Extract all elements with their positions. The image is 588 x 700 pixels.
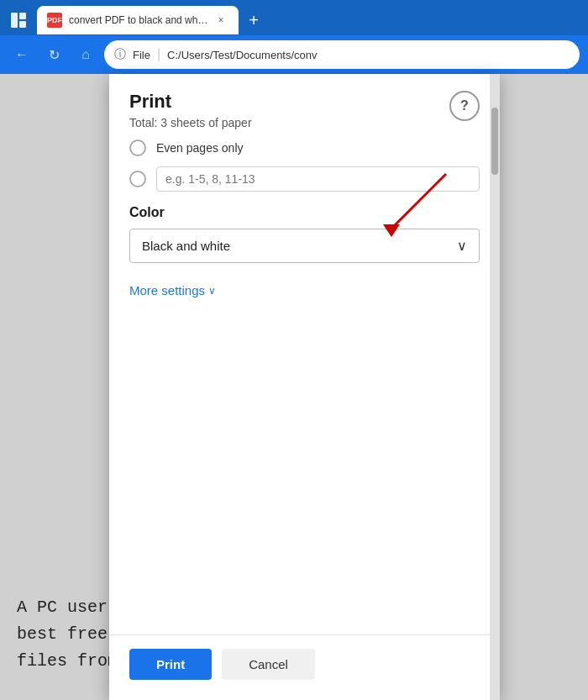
svg-rect-2 [19, 21, 26, 28]
dialog-title-area: Print Total: 3 sheets of paper [129, 91, 252, 129]
even-pages-label: Even pages only [156, 141, 244, 155]
scrollbar-thumb[interactable] [491, 108, 498, 175]
back-button[interactable]: ← [8, 41, 35, 68]
dialog-subtitle: Total: 3 sheets of paper [129, 116, 252, 129]
new-tab-button[interactable]: + [242, 8, 265, 32]
color-select-wrapper: Black and white ∨ [129, 229, 480, 263]
info-icon: ⓘ [114, 47, 126, 62]
address-separator: | [157, 47, 160, 62]
dialog-title: Print [129, 91, 252, 113]
browser-content: A PC user recently best free software fi… [0, 74, 588, 700]
color-section-label: Color [129, 205, 480, 220]
page-range-radio[interactable] [129, 171, 146, 187]
address-bar[interactable]: ⓘ File | C:/Users/Test/Documents/conv [104, 40, 580, 69]
browser-sidebar-icon[interactable] [7, 8, 30, 32]
svg-rect-1 [19, 13, 26, 19]
chevron-down-icon: ∨ [457, 238, 467, 254]
even-pages-radio[interactable] [129, 139, 146, 156]
tab-favicon: PDF [47, 13, 62, 28]
print-button[interactable]: Print [129, 649, 212, 680]
home-button[interactable]: ⌂ [72, 41, 99, 68]
file-label: File [133, 49, 150, 61]
refresh-button[interactable]: ↻ [40, 41, 67, 68]
tab-title: convert PDF to black and white.p [69, 14, 208, 26]
print-dialog: Print Total: 3 sheets of paper ? Even pa… [109, 74, 500, 700]
color-select-value: Black and white [142, 239, 230, 253]
dialog-body: Even pages only Color [109, 139, 500, 634]
browser-chrome: PDF convert PDF to black and white.p × +… [0, 0, 588, 74]
help-button[interactable]: ? [449, 91, 480, 121]
page-range-option[interactable] [129, 166, 480, 192]
dialog-footer: Print Cancel [109, 634, 500, 700]
dialog-header: Print Total: 3 sheets of paper ? [109, 74, 500, 139]
scrollbar-track[interactable] [490, 74, 500, 700]
even-pages-option[interactable]: Even pages only [129, 139, 480, 156]
page-range-input[interactable] [156, 166, 480, 192]
tab-bar: PDF convert PDF to black and white.p × + [0, 0, 588, 35]
cancel-button[interactable]: Cancel [222, 649, 315, 680]
active-tab[interactable]: PDF convert PDF to black and white.p × [37, 6, 239, 34]
svg-rect-0 [11, 13, 18, 28]
address-path: C:/Users/Test/Documents/conv [167, 49, 317, 61]
color-section-wrapper: Black and white ∨ [129, 229, 480, 263]
color-select-dropdown[interactable]: Black and white ∨ [129, 229, 480, 263]
more-settings-chevron: ∨ [208, 285, 216, 297]
tab-close-button[interactable]: × [213, 13, 228, 28]
more-settings-label: More settings [129, 283, 205, 297]
nav-bar: ← ↻ ⌂ ⓘ File | C:/Users/Test/Documents/c… [0, 35, 588, 74]
more-settings-link[interactable]: More settings ∨ [129, 283, 216, 297]
